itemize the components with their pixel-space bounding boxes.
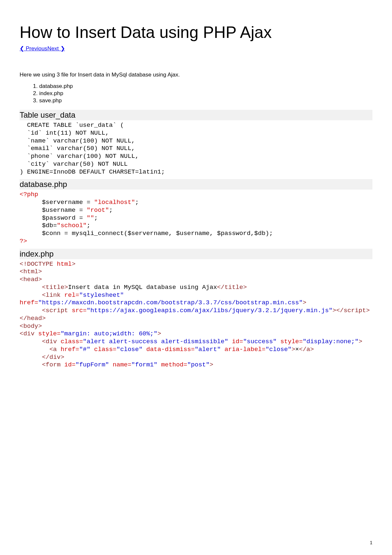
code-block-sql: CREATE TABLE `user_data` ( `id` int(11) … bbox=[20, 122, 372, 176]
list-item: index.php bbox=[39, 90, 372, 97]
code-block-php: <?php $servername = "localhost"; $userna… bbox=[20, 191, 372, 245]
section-heading-table: Table user_data bbox=[20, 110, 372, 120]
code-block-html: <!DOCTYPE html> <html> <head> <title>Ins… bbox=[20, 261, 372, 369]
section-heading-database: database.php bbox=[20, 179, 372, 190]
next-link[interactable]: Next ❯ bbox=[47, 45, 65, 52]
previous-link[interactable]: ❮ Previous bbox=[20, 45, 47, 52]
section-heading-index: index.php bbox=[20, 249, 372, 259]
nav-links: ❮ PreviousNext ❯ bbox=[20, 45, 372, 52]
page-title: How to Insert Data using PHP Ajax bbox=[20, 23, 372, 42]
list-item: save.php bbox=[39, 97, 372, 104]
file-list: database.php index.php save.php bbox=[20, 83, 372, 104]
list-item: database.php bbox=[39, 83, 372, 90]
intro-text: Here we using 3 file for Insert data in … bbox=[20, 72, 372, 78]
